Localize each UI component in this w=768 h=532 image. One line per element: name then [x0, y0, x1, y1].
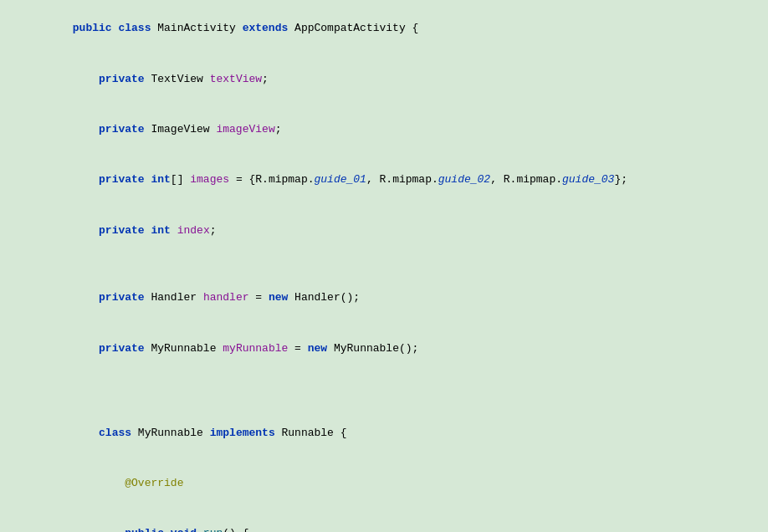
line-content-5: private int index;	[30, 206, 768, 256]
classname-mainactivity: MainActivity	[157, 22, 242, 34]
interface-runnable: Runnable {	[282, 427, 347, 439]
array-bracket: []	[171, 173, 190, 186]
field-images: images	[190, 173, 229, 186]
code-line-1: public class MainActivity extends AppCom…	[0, 3, 768, 54]
comma2: , R.mipmap.	[490, 173, 562, 186]
semicolon: ;	[210, 224, 217, 237]
indent	[73, 342, 99, 355]
code-line-6	[0, 256, 768, 273]
code-line-3: private ImageView imageView;	[0, 105, 768, 155]
semicolon: ;	[275, 123, 282, 136]
line-content-1: public class MainActivity extends AppCom…	[30, 3, 768, 54]
keyword-class: class	[99, 427, 138, 439]
keyword-private: private	[99, 342, 151, 355]
keyword-new: new	[269, 291, 294, 304]
new-handler: Handler();	[294, 291, 360, 304]
classname-appcompat: AppCompatActivity {	[294, 22, 418, 34]
keyword-private: private	[99, 73, 151, 85]
assign: =	[288, 342, 307, 355]
new-myrunnable: MyRunnable();	[334, 342, 418, 355]
indent	[73, 73, 99, 85]
line-content-10	[30, 391, 768, 407]
type-textview: TextView	[151, 73, 209, 85]
code-line-11: class MyRunnable implements Runnable {	[0, 407, 768, 458]
code-line-2: private TextView textView;	[0, 54, 768, 104]
code-line-7: private Handler handler = new Handler();	[0, 273, 768, 323]
type-myrunnable: MyRunnable	[151, 342, 223, 355]
line-content-2: private TextView textView;	[30, 54, 768, 104]
keyword-private: private	[99, 173, 151, 186]
field-index: index	[177, 224, 210, 237]
mipmap-guide02: guide_02	[438, 173, 490, 186]
field-handler: handler	[203, 291, 249, 304]
code-line-9	[0, 374, 768, 391]
indent	[73, 224, 99, 237]
line-content-9	[30, 374, 768, 391]
keyword-private: private	[99, 123, 151, 136]
keyword-private: private	[99, 291, 151, 304]
line-content-7: private Handler handler = new Handler();	[30, 273, 768, 323]
keyword-int: int	[151, 173, 170, 186]
indent	[73, 173, 99, 186]
indent	[73, 291, 99, 304]
semicolon: ;	[262, 73, 269, 85]
comma: , R.mipmap.	[366, 173, 438, 186]
code-line-8: private MyRunnable myRunnable = new MyRu…	[0, 324, 768, 374]
code-line-5: private int index;	[0, 206, 768, 256]
keyword-class: class	[118, 22, 157, 34]
keyword-private: private	[99, 224, 151, 237]
indent	[73, 477, 125, 489]
code-line-12: @Override	[0, 458, 768, 509]
assign: = {R.mipmap.	[229, 173, 314, 186]
line-content-3: private ImageView imageView;	[30, 105, 768, 155]
field-myrunnable: myRunnable	[223, 342, 288, 355]
field-imageview: imageView	[216, 123, 274, 136]
indent	[73, 427, 99, 439]
keyword-new2: new	[308, 342, 334, 355]
line-content-11: class MyRunnable implements Runnable {	[30, 407, 768, 458]
line-content-13: public void run() {	[30, 509, 768, 532]
method-run: run	[203, 527, 223, 532]
code-line-4: private int[] images = {R.mipmap.guide_0…	[0, 155, 768, 205]
mipmap-guide01: guide_01	[315, 173, 366, 186]
code-line-13: public void run() {	[0, 509, 768, 532]
keyword-int: int	[151, 224, 177, 237]
line-content-4: private int[] images = {R.mipmap.guide_0…	[30, 155, 768, 205]
keyword-implements: implements	[210, 427, 282, 439]
keyword-public: public	[73, 22, 119, 34]
line-content-6	[30, 256, 768, 273]
code-editor: public class MainActivity extends AppCom…	[0, 0, 768, 532]
keyword-void: void	[171, 527, 203, 532]
type-imageview: ImageView	[151, 123, 216, 136]
line-content-8: private MyRunnable myRunnable = new MyRu…	[30, 324, 768, 374]
line-content-12: @Override	[30, 458, 768, 509]
keyword-public: public	[125, 527, 171, 532]
close-brace: };	[614, 173, 627, 186]
indent	[73, 527, 125, 532]
mipmap-guide03: guide_03	[562, 173, 614, 186]
paren: () {	[223, 527, 248, 532]
field-textview: textView	[210, 73, 262, 85]
indent	[73, 123, 99, 136]
annotation-override: @Override	[125, 477, 183, 489]
type-handler: Handler	[151, 291, 202, 304]
keyword-extends: extends	[243, 22, 294, 34]
classname-myrunnable: MyRunnable	[138, 427, 210, 439]
code-line-10	[0, 391, 768, 407]
assign: =	[248, 291, 268, 304]
